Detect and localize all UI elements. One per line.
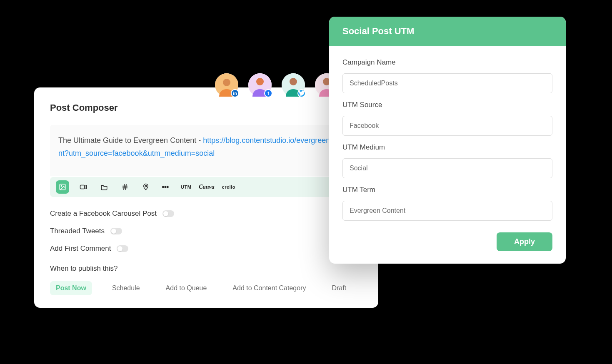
tab-add-queue[interactable]: Add to Queue bbox=[160, 281, 213, 295]
utm-panel: Social Post UTM Campaign Name UTM Source… bbox=[329, 17, 566, 264]
composer-title: Post Composer bbox=[50, 102, 362, 113]
facebook-icon: f bbox=[264, 89, 272, 97]
tab-add-category[interactable]: Add to Content Category bbox=[227, 281, 312, 295]
account-avatars: in f bbox=[215, 73, 338, 97]
twitter-icon bbox=[297, 89, 306, 97]
utm-term-input[interactable] bbox=[342, 201, 552, 221]
tiles-icon[interactable] bbox=[160, 180, 173, 194]
threaded-toggle[interactable] bbox=[110, 228, 122, 234]
svg-point-15 bbox=[145, 185, 147, 187]
svg-line-13 bbox=[124, 184, 125, 190]
post-options: Create a Facebook Carousel Post Threaded… bbox=[50, 209, 362, 253]
svg-rect-10 bbox=[80, 185, 85, 189]
carousel-option-label: Create a Facebook Carousel Post bbox=[50, 209, 157, 218]
publish-label: When to publish this? bbox=[50, 264, 362, 273]
avatar-twitter[interactable] bbox=[282, 73, 305, 97]
utm-tool[interactable]: UTM bbox=[181, 184, 191, 189]
svg-point-9 bbox=[61, 185, 62, 186]
hashtag-icon[interactable] bbox=[118, 180, 132, 194]
linkedin-icon: in bbox=[231, 89, 239, 97]
post-composer-card: Post Composer The Ultimate Guide to Ever… bbox=[34, 87, 378, 308]
carousel-toggle[interactable] bbox=[162, 210, 174, 217]
avatar-linkedin[interactable]: in bbox=[215, 73, 238, 97]
image-upload-icon[interactable] bbox=[56, 180, 69, 194]
post-text-prefix: The Ultimate Guide to Evergreen Content … bbox=[58, 136, 203, 145]
svg-point-5 bbox=[290, 78, 297, 85]
location-icon[interactable] bbox=[139, 180, 152, 194]
utm-source-input[interactable] bbox=[342, 116, 552, 136]
crello-tool[interactable]: crello bbox=[222, 184, 235, 189]
tab-schedule[interactable]: Schedule bbox=[106, 281, 146, 295]
campaign-name-label: Campaign Name bbox=[342, 58, 552, 67]
utm-medium-input[interactable] bbox=[342, 158, 552, 178]
avatar-facebook[interactable]: f bbox=[248, 73, 272, 97]
firstcomment-option-label: Add First Comment bbox=[50, 244, 111, 253]
utm-term-label: UTM Term bbox=[342, 186, 552, 194]
svg-line-14 bbox=[126, 184, 127, 190]
canva-tool[interactable]: Canva bbox=[199, 184, 214, 190]
video-icon[interactable] bbox=[77, 180, 90, 194]
composer-toolbar: UTM Canva crello B bbox=[50, 177, 362, 197]
threaded-option-label: Threaded Tweets bbox=[50, 227, 105, 235]
firstcomment-toggle[interactable] bbox=[117, 245, 128, 252]
utm-source-label: UTM Source bbox=[342, 101, 552, 109]
svg-point-1 bbox=[223, 79, 230, 86]
svg-rect-18 bbox=[166, 186, 169, 189]
post-textarea[interactable]: The Ultimate Guide to Evergreen Content … bbox=[50, 125, 362, 176]
tab-post-now[interactable]: Post Now bbox=[50, 281, 92, 295]
svg-point-3 bbox=[256, 78, 264, 85]
campaign-name-input[interactable] bbox=[342, 73, 552, 93]
utm-medium-label: UTM Medium bbox=[342, 143, 552, 152]
utm-panel-title: Social Post UTM bbox=[329, 17, 566, 46]
publish-tabs: Post Now Schedule Add to Queue Add to Co… bbox=[50, 281, 362, 295]
apply-button[interactable]: Apply bbox=[497, 232, 552, 251]
tab-draft[interactable]: Draft bbox=[326, 281, 352, 295]
folder-icon[interactable] bbox=[97, 180, 111, 194]
